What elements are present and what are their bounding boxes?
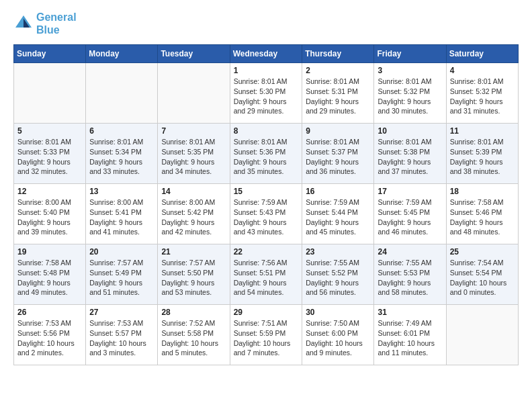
calendar-cell [158,63,230,124]
calendar-cell [446,305,518,365]
day-number: 16 [306,187,370,196]
day-number: 15 [234,187,299,196]
calendar-cell: 11Sunrise: 8:01 AM Sunset: 5:39 PM Dayli… [446,124,518,184]
day-number: 13 [89,187,154,196]
day-number: 18 [450,187,515,196]
cell-content: Sunrise: 7:59 AM Sunset: 5:43 PM Dayligh… [234,197,299,237]
cell-content: Sunrise: 7:56 AM Sunset: 5:51 PM Dayligh… [234,258,299,298]
calendar-cell: 3Sunrise: 8:01 AM Sunset: 5:32 PM Daylig… [374,63,446,124]
calendar-cell: 13Sunrise: 8:00 AM Sunset: 5:41 PM Dayli… [86,184,158,244]
day-number: 24 [378,247,442,257]
cell-content: Sunrise: 8:01 AM Sunset: 5:37 PM Dayligh… [306,137,370,177]
cell-content: Sunrise: 8:01 AM Sunset: 5:33 PM Dayligh… [17,137,82,177]
weekday-header-saturday: Saturday [446,45,518,63]
cell-content: Sunrise: 7:55 AM Sunset: 5:53 PM Dayligh… [378,258,442,298]
calendar-cell: 6Sunrise: 8:01 AM Sunset: 5:34 PM Daylig… [86,124,158,184]
day-number: 9 [306,126,370,136]
day-number: 31 [378,308,442,317]
weekday-header-tuesday: Tuesday [158,45,230,63]
day-number: 14 [161,187,226,196]
day-number: 2 [306,66,370,75]
weekday-header-friday: Friday [374,45,446,63]
calendar-cell: 8Sunrise: 8:01 AM Sunset: 5:36 PM Daylig… [230,124,302,184]
cell-content: Sunrise: 8:01 AM Sunset: 5:36 PM Dayligh… [234,137,299,177]
day-number: 6 [89,126,154,136]
cell-content: Sunrise: 8:01 AM Sunset: 5:39 PM Dayligh… [450,137,515,177]
calendar-cell: 31Sunrise: 7:49 AM Sunset: 6:01 PM Dayli… [374,305,446,365]
calendar-cell: 16Sunrise: 7:59 AM Sunset: 5:44 PM Dayli… [302,184,374,244]
calendar-cell: 9Sunrise: 8:01 AM Sunset: 5:37 PM Daylig… [302,124,374,184]
cell-content: Sunrise: 7:49 AM Sunset: 6:01 PM Dayligh… [378,318,442,358]
calendar-cell: 2Sunrise: 8:01 AM Sunset: 5:31 PM Daylig… [302,63,374,124]
weekday-header-wednesday: Wednesday [230,45,302,63]
cell-content: Sunrise: 7:59 AM Sunset: 5:44 PM Dayligh… [306,197,370,237]
cell-content: Sunrise: 7:59 AM Sunset: 5:45 PM Dayligh… [378,197,442,237]
calendar-cell: 19Sunrise: 7:58 AM Sunset: 5:48 PM Dayli… [14,244,86,305]
day-number: 5 [17,126,82,136]
cell-content: Sunrise: 7:54 AM Sunset: 5:54 PM Dayligh… [450,258,515,298]
calendar-cell: 27Sunrise: 7:53 AM Sunset: 5:57 PM Dayli… [86,305,158,365]
calendar-cell: 26Sunrise: 7:53 AM Sunset: 5:56 PM Dayli… [14,305,86,365]
day-number: 21 [161,247,226,257]
cell-content: Sunrise: 8:01 AM Sunset: 5:30 PM Dayligh… [234,77,299,116]
day-number: 8 [234,126,299,136]
cell-content: Sunrise: 7:55 AM Sunset: 5:52 PM Dayligh… [306,258,370,298]
logo-text: General Blue [36,11,77,36]
calendar-header: SundayMondayTuesdayWednesdayThursdayFrid… [14,45,519,63]
calendar-table: SundayMondayTuesdayWednesdayThursdayFrid… [13,44,519,365]
page-header: General Blue [13,11,519,36]
cell-content: Sunrise: 8:01 AM Sunset: 5:32 PM Dayligh… [450,77,515,116]
weekday-header-thursday: Thursday [302,45,374,63]
day-number: 25 [450,247,515,257]
calendar-cell: 5Sunrise: 8:01 AM Sunset: 5:33 PM Daylig… [14,124,86,184]
cell-content: Sunrise: 7:57 AM Sunset: 5:49 PM Dayligh… [89,258,154,298]
calendar-cell [14,63,86,124]
cell-content: Sunrise: 8:00 AM Sunset: 5:41 PM Dayligh… [89,197,154,237]
day-number: 26 [17,308,82,317]
day-number: 11 [450,126,515,136]
calendar-cell: 24Sunrise: 7:55 AM Sunset: 5:53 PM Dayli… [374,244,446,305]
cell-content: Sunrise: 7:51 AM Sunset: 5:59 PM Dayligh… [234,318,299,358]
cell-content: Sunrise: 7:58 AM Sunset: 5:46 PM Dayligh… [450,197,515,237]
calendar-cell: 12Sunrise: 8:00 AM Sunset: 5:40 PM Dayli… [14,184,86,244]
calendar-cell: 14Sunrise: 8:00 AM Sunset: 5:42 PM Dayli… [158,184,230,244]
calendar-cell: 29Sunrise: 7:51 AM Sunset: 5:59 PM Dayli… [230,305,302,365]
cell-content: Sunrise: 8:00 AM Sunset: 5:40 PM Dayligh… [17,197,82,237]
cell-content: Sunrise: 7:57 AM Sunset: 5:50 PM Dayligh… [161,258,226,298]
calendar-cell: 30Sunrise: 7:50 AM Sunset: 6:00 PM Dayli… [302,305,374,365]
cell-content: Sunrise: 8:01 AM Sunset: 5:31 PM Dayligh… [306,77,370,116]
day-number: 27 [89,308,154,317]
day-number: 19 [17,247,82,257]
day-number: 23 [306,247,370,257]
calendar-cell: 20Sunrise: 7:57 AM Sunset: 5:49 PM Dayli… [86,244,158,305]
cell-content: Sunrise: 7:53 AM Sunset: 5:57 PM Dayligh… [89,318,154,358]
calendar-cell: 15Sunrise: 7:59 AM Sunset: 5:43 PM Dayli… [230,184,302,244]
day-number: 12 [17,187,82,196]
day-number: 17 [378,187,442,196]
calendar-cell: 22Sunrise: 7:56 AM Sunset: 5:51 PM Dayli… [230,244,302,305]
cell-content: Sunrise: 8:01 AM Sunset: 5:34 PM Dayligh… [89,137,154,177]
calendar-cell: 23Sunrise: 7:55 AM Sunset: 5:52 PM Dayli… [302,244,374,305]
cell-content: Sunrise: 7:50 AM Sunset: 6:00 PM Dayligh… [306,318,370,358]
calendar-cell: 4Sunrise: 8:01 AM Sunset: 5:32 PM Daylig… [446,63,518,124]
weekday-header-sunday: Sunday [14,45,86,63]
cell-content: Sunrise: 7:53 AM Sunset: 5:56 PM Dayligh… [17,318,82,358]
cell-content: Sunrise: 7:52 AM Sunset: 5:58 PM Dayligh… [161,318,226,358]
calendar-cell: 21Sunrise: 7:57 AM Sunset: 5:50 PM Dayli… [158,244,230,305]
calendar-cell: 25Sunrise: 7:54 AM Sunset: 5:54 PM Dayli… [446,244,518,305]
calendar-cell: 18Sunrise: 7:58 AM Sunset: 5:46 PM Dayli… [446,184,518,244]
day-number: 7 [161,126,226,136]
day-number: 29 [234,308,299,317]
calendar-cell: 28Sunrise: 7:52 AM Sunset: 5:58 PM Dayli… [158,305,230,365]
cell-content: Sunrise: 7:58 AM Sunset: 5:48 PM Dayligh… [17,258,82,298]
day-number: 20 [89,247,154,257]
cell-content: Sunrise: 8:01 AM Sunset: 5:32 PM Dayligh… [378,77,442,116]
cell-content: Sunrise: 8:00 AM Sunset: 5:42 PM Dayligh… [161,197,226,237]
calendar-cell: 17Sunrise: 7:59 AM Sunset: 5:45 PM Dayli… [374,184,446,244]
day-number: 3 [378,66,442,75]
day-number: 30 [306,308,370,317]
cell-content: Sunrise: 8:01 AM Sunset: 5:38 PM Dayligh… [378,137,442,177]
logo-icon [13,13,34,34]
calendar-cell: 1Sunrise: 8:01 AM Sunset: 5:30 PM Daylig… [230,63,302,124]
cell-content: Sunrise: 8:01 AM Sunset: 5:35 PM Dayligh… [161,137,226,177]
